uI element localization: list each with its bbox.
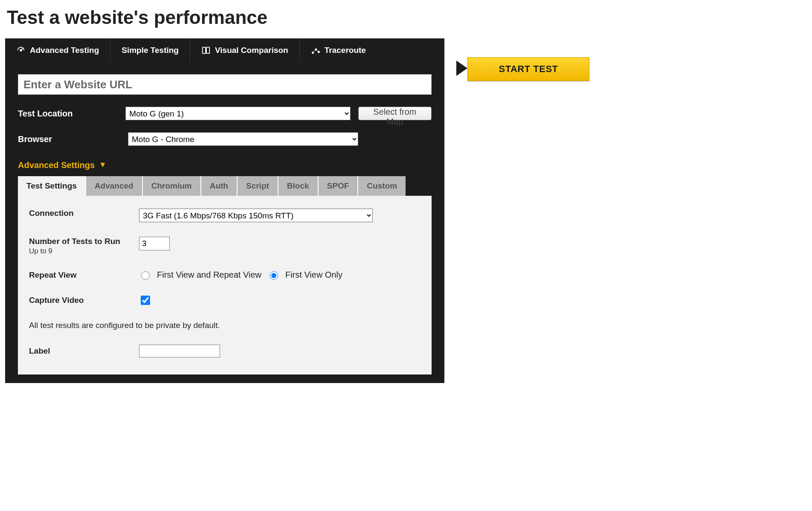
mode-nav: Advanced Testing Simple Testing Visual C… <box>5 38 444 62</box>
caret-down-icon: ▼ <box>99 160 107 169</box>
compare-icon <box>201 46 211 55</box>
tab-advanced-testing[interactable]: Advanced Testing <box>5 38 110 62</box>
settings-tabs: Test Settings Advanced Chromium Auth Scr… <box>18 176 432 196</box>
repeat-view-label: Repeat View <box>29 270 131 280</box>
capture-video-checkbox[interactable] <box>141 296 150 305</box>
tab-simple-testing[interactable]: Simple Testing <box>110 38 190 62</box>
tab-advanced[interactable]: Advanced <box>86 176 143 196</box>
browser-label: Browser <box>18 134 120 144</box>
tab-auth[interactable]: Auth <box>201 176 238 196</box>
test-location-label: Test Location <box>18 109 118 119</box>
tab-label: Traceroute <box>325 46 366 55</box>
advanced-settings-label: Advanced Settings <box>18 160 95 170</box>
svg-rect-2 <box>203 47 206 54</box>
test-settings-panel: Connection 3G Fast (1.6 Mbps/768 Kbps 15… <box>18 196 432 375</box>
runs-input[interactable] <box>139 237 170 250</box>
tab-visual-comparison[interactable]: Visual Comparison <box>190 38 300 62</box>
browser-select[interactable]: Moto G - Chrome <box>128 132 358 146</box>
start-arrow-icon <box>456 61 467 76</box>
connection-label: Connection <box>29 209 131 218</box>
tab-custom[interactable]: Custom <box>358 176 406 196</box>
page-title: Test a website's performance <box>7 7 807 28</box>
tab-label: Visual Comparison <box>215 46 288 55</box>
tab-traceroute[interactable]: Traceroute <box>300 38 377 62</box>
tab-label: Simple Testing <box>122 46 179 55</box>
traceroute-icon <box>311 46 320 55</box>
start-test-button[interactable]: START TEST <box>467 57 589 81</box>
repeat-view-both-radio[interactable] <box>141 271 150 280</box>
svg-rect-3 <box>206 47 209 54</box>
runs-label: Number of Tests to Run <box>29 237 131 246</box>
svg-point-6 <box>318 51 319 53</box>
tab-label: Advanced Testing <box>30 46 99 55</box>
label-input[interactable] <box>139 345 220 357</box>
test-location-select[interactable]: Moto G (gen 1) <box>125 107 350 120</box>
label-field-label: Label <box>29 346 131 356</box>
repeat-view-first-radio[interactable] <box>270 271 278 280</box>
repeat-view-first-text: First View Only <box>285 270 342 280</box>
tab-script[interactable]: Script <box>238 176 278 196</box>
tab-chromium[interactable]: Chromium <box>143 176 201 196</box>
repeat-view-both-text: First View and Repeat View <box>157 270 261 280</box>
gauge-icon <box>16 46 26 55</box>
tab-test-settings[interactable]: Test Settings <box>18 176 86 196</box>
runs-hint: Up to 9 <box>29 247 131 256</box>
connection-select[interactable]: 3G Fast (1.6 Mbps/768 Kbps 150ms RTT) <box>139 209 373 222</box>
tab-block[interactable]: Block <box>278 176 319 196</box>
select-from-map-button[interactable]: Select from Map <box>358 107 432 120</box>
test-form: Advanced Testing Simple Testing Visual C… <box>5 38 444 383</box>
advanced-settings-toggle[interactable]: Advanced Settings ▼ <box>18 160 107 170</box>
tab-spof[interactable]: SPOF <box>319 176 359 196</box>
capture-video-label: Capture Video <box>29 296 131 305</box>
url-input[interactable] <box>18 74 432 95</box>
private-note: All test results are configured to be pr… <box>29 321 420 330</box>
